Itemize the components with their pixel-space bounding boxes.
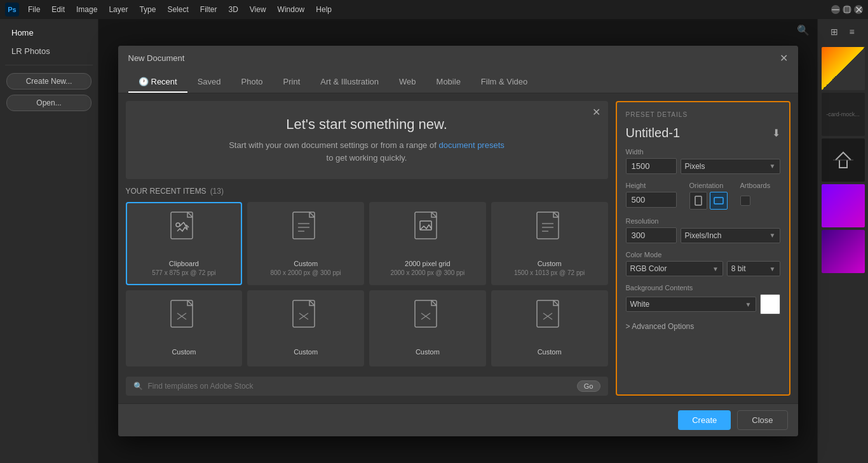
tab-art-illustration[interactable]: Art & Illustration <box>310 70 389 93</box>
menu-filter[interactable]: Filter <box>195 4 222 15</box>
menu-image[interactable]: Image <box>71 4 102 15</box>
grid-view-icon[interactable]: ⊞ <box>827 24 842 39</box>
menu-layer[interactable]: Layer <box>104 4 133 15</box>
recent-item-2[interactable]: 2000 pixel grid 2000 x 2000 px @ 300 ppi <box>369 202 486 285</box>
dialog-tabs: 🕐 Recent Saved Photo Print Art & Illustr… <box>118 70 798 93</box>
sidebar-nav: Home LR Photos <box>0 24 98 60</box>
bit-depth-dropdown[interactable]: 8 bit ▼ <box>727 261 780 276</box>
width-field-group: Width Pixels ▼ <box>626 148 780 174</box>
tab-photo[interactable]: Photo <box>231 70 273 93</box>
artboards-checkbox[interactable] <box>740 196 750 206</box>
open-button[interactable]: Open... <box>6 95 92 111</box>
menu-view[interactable]: View <box>245 4 271 15</box>
close-button[interactable]: ✕ <box>854 5 863 14</box>
tab-saved[interactable]: Saved <box>187 70 231 93</box>
thumbnail-3[interactable] <box>822 138 865 182</box>
recent-item-name-7: Custom <box>498 348 602 356</box>
thumbnail-4[interactable] <box>822 184 865 227</box>
template-search-input[interactable] <box>148 382 572 391</box>
welcome-banner: ✕ Let's start something new. Start with … <box>126 101 608 179</box>
recent-item-name-5: Custom <box>254 348 358 356</box>
menu-3d[interactable]: 3D <box>223 4 243 15</box>
artboards-label: Artboards <box>740 182 771 189</box>
recent-section: YOUR RECENT ITEMS (13) <box>126 187 608 366</box>
close-dialog-button[interactable]: Close <box>737 410 787 430</box>
dialog-close-icon[interactable]: ✕ <box>780 52 788 64</box>
recent-item-1[interactable]: Custom 800 x 2000 px @ 300 ppi <box>247 202 364 285</box>
doc-icon-3 <box>498 211 602 255</box>
recent-item-5[interactable]: Custom <box>247 290 364 366</box>
dialog-body: ✕ Let's start something new. Start with … <box>118 93 798 403</box>
minimize-button[interactable]: ─ <box>831 5 840 14</box>
center-content: 🔍 New Document ✕ 🕐 Recent Saved Photo <box>98 19 817 463</box>
menu-window[interactable]: Window <box>273 4 310 15</box>
menu-select[interactable]: Select <box>162 4 193 15</box>
template-search: 🔍 Go <box>126 377 608 396</box>
modal-overlay: New Document ✕ 🕐 Recent Saved Photo Prin… <box>98 19 817 463</box>
menu-type[interactable]: Type <box>134 4 161 15</box>
recent-item-0[interactable]: Clipboard 577 x 875 px @ 72 ppi <box>126 202 243 285</box>
doc-icon-1 <box>254 211 358 255</box>
recent-item-name-6: Custom <box>376 348 480 356</box>
width-input[interactable] <box>626 158 677 174</box>
recent-item-6[interactable]: Custom <box>369 290 486 366</box>
recent-item-7[interactable]: Custom <box>491 290 608 366</box>
sidebar-item-lr-photos[interactable]: LR Photos <box>5 43 93 60</box>
search-go-button[interactable]: Go <box>577 380 600 392</box>
recent-label: YOUR RECENT ITEMS <box>126 187 207 196</box>
dialog-footer: Create Close <box>118 403 798 436</box>
create-button[interactable]: Create <box>678 410 731 430</box>
thumbnail-1[interactable] <box>822 47 865 90</box>
background-contents-dropdown[interactable]: White ▼ <box>626 297 756 312</box>
doc-icon-7 <box>498 299 602 343</box>
orientation-buttons <box>689 192 728 210</box>
list-view-icon[interactable]: ≡ <box>844 24 860 39</box>
tab-recent[interactable]: 🕐 Recent <box>128 70 187 93</box>
recent-item-3[interactable]: Custom 1500 x 1013 px @ 72 ppi <box>491 202 608 285</box>
dialog-left: ✕ Let's start something new. Start with … <box>126 101 608 396</box>
tab-web[interactable]: Web <box>389 70 426 93</box>
color-mode-dropdown[interactable]: RGB Color ▼ <box>626 261 723 276</box>
template-search-icon: 🔍 <box>133 382 143 391</box>
landscape-button[interactable] <box>710 192 728 210</box>
sidebar-item-home[interactable]: Home <box>5 24 93 41</box>
dialog-title: New Document <box>128 53 185 63</box>
welcome-subtitle: Start with your own document settings or… <box>139 139 595 164</box>
create-new-button[interactable]: Create New... <box>6 73 92 90</box>
menu-file[interactable]: File <box>23 4 45 15</box>
svg-rect-18 <box>415 300 437 327</box>
recent-item-4[interactable]: Custom <box>126 290 243 366</box>
tab-mobile[interactable]: Mobile <box>426 70 471 93</box>
recent-count: (13) <box>210 187 224 196</box>
thumbnail-5[interactable] <box>822 230 865 273</box>
preset-name-input[interactable] <box>626 126 753 140</box>
tab-film-video[interactable]: Film & Video <box>471 70 538 93</box>
dialog-header: New Document ✕ <box>118 46 798 70</box>
svg-rect-8 <box>537 212 559 239</box>
advanced-options-toggle[interactable]: > Advanced Options <box>626 322 780 331</box>
background-contents-group: Background Contents White ▼ <box>626 284 780 314</box>
preset-save-icon[interactable]: ⬇ <box>772 127 780 139</box>
thumbnail-2[interactable]: -card-mock... <box>822 93 865 136</box>
menu-edit[interactable]: Edit <box>46 4 70 15</box>
recent-item-name-4: Custom <box>132 348 236 356</box>
preset-title-row: ⬇ <box>626 126 780 140</box>
resolution-input[interactable] <box>626 227 677 243</box>
background-color-swatch[interactable] <box>760 294 780 314</box>
doc-icon-2 <box>376 211 480 255</box>
resolution-unit-dropdown[interactable]: Pixels/Inch ▼ <box>681 228 780 243</box>
chevron-down-icon-5: ▼ <box>745 301 752 308</box>
menu-help[interactable]: Help <box>311 4 337 15</box>
welcome-close-icon[interactable]: ✕ <box>592 106 600 118</box>
orient-art-row: Height Orientation <box>626 182 780 210</box>
document-presets-link[interactable]: document presets <box>438 140 504 150</box>
height-input[interactable] <box>626 192 677 208</box>
maximize-button[interactable]: □ <box>843 5 851 14</box>
portrait-button[interactable] <box>689 192 707 210</box>
resolution-label: Resolution <box>626 217 780 225</box>
tab-print[interactable]: Print <box>273 70 311 93</box>
recent-item-size-2: 2000 x 2000 px @ 300 ppi <box>376 269 480 276</box>
sidebar-divider <box>5 65 93 65</box>
width-unit-dropdown[interactable]: Pixels ▼ <box>681 159 780 174</box>
recent-item-size-3: 1500 x 1013 px @ 72 ppi <box>498 269 602 276</box>
